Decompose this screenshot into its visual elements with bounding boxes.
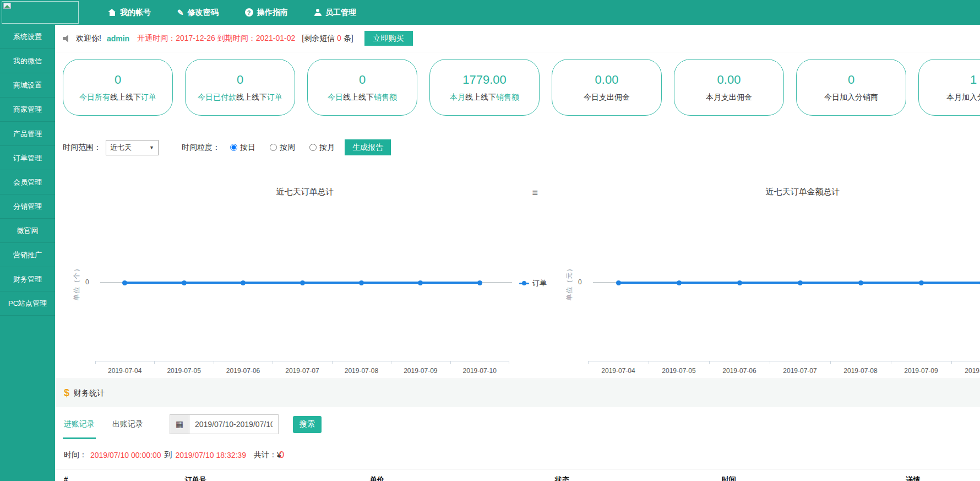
summary-start-time: 2019/07/10 00:00:00 <box>90 451 161 460</box>
chart-menu-icon[interactable]: ≡ <box>532 188 538 198</box>
stat-card: 0今日已付款线上线下订单 <box>185 59 295 116</box>
stat-card-value: 0 <box>359 73 366 87</box>
x-axis-tick-label: 2019-07-07 <box>273 361 331 375</box>
x-axis: 2019-07-042019-07-052019-07-062019-07-07… <box>588 361 980 375</box>
stat-card-label: 本月加入分销商 <box>946 93 980 102</box>
sidebar-item[interactable]: 微官网 <box>0 219 55 243</box>
filter-bar: 时间范围： 近七天 ▼ 时间粒度： 按日按周按月 生成报告 <box>55 132 980 158</box>
logo <box>2 1 79 24</box>
main-content: 欢迎你! admin 开通时间：2017-12-26 到期时间：2021-01-… <box>55 25 980 481</box>
table-header-cell: 时间 <box>722 475 906 481</box>
table-header-cell: 状态 <box>555 475 722 481</box>
stat-card-label: 今日加入分销商 <box>824 93 878 102</box>
data-point <box>858 280 863 285</box>
chevron-down-icon: ▼ <box>149 145 154 150</box>
radio-label: 按周 <box>280 143 295 153</box>
data-point <box>919 280 924 285</box>
granularity-radio-group: 按日按周按月 <box>230 143 335 153</box>
topbar-menu-item[interactable]: ?操作指南 <box>245 8 288 18</box>
sms-prefix: [剩余短信 <box>302 34 337 42</box>
summary-total-value: 0 <box>279 450 284 461</box>
radio-input[interactable] <box>309 144 317 151</box>
sidebar-item[interactable]: PC站点管理 <box>0 291 55 316</box>
x-axis: 2019-07-042019-07-052019-07-062019-07-07… <box>95 361 509 375</box>
sidebar-item[interactable]: 系统设置 <box>0 25 55 49</box>
stat-card: 0.00本月支出佣金 <box>674 59 784 116</box>
summary-to-label: 到 <box>164 450 172 460</box>
sidebar-item[interactable]: 营销推广 <box>0 243 55 267</box>
tab-进账记录[interactable]: 进账记录 <box>64 407 95 441</box>
orders-chart: 近七天订单总计≡单位（个）02019-07-042019-07-052019-0… <box>62 183 548 379</box>
x-axis-tick-label: 2019-07-05 <box>649 361 709 375</box>
calendar-button[interactable]: ▦ <box>170 414 189 434</box>
finance-summary-row: 时间： 2019/07/10 00:00:00 到 2019/07/10 18:… <box>55 441 980 469</box>
x-axis-tick-label: 2019-07-07 <box>770 361 830 375</box>
sidebar-item[interactable]: 商城设置 <box>0 73 55 98</box>
sms-count: 0 <box>337 34 341 42</box>
y-axis-label: 单位（个） <box>72 265 81 301</box>
x-axis-tick-label: 2019-07-04 <box>95 361 154 375</box>
topbar-menu-item[interactable]: 员工管理 <box>314 8 356 18</box>
stat-card: 1779.00本月线上线下销售额 <box>429 59 540 116</box>
stat-card-label-part: 今日支出佣金 <box>584 93 630 101</box>
stat-card-label: 本月支出佣金 <box>706 93 752 102</box>
sidebar-item[interactable]: 我的微信 <box>0 49 55 73</box>
topbar-menu-item[interactable]: 我的帐号 <box>108 8 151 18</box>
generate-report-button[interactable]: 生成报告 <box>345 139 391 155</box>
stat-card: 0今日加入分销商 <box>796 59 906 116</box>
stat-card: 0.00今日支出佣金 <box>552 59 662 116</box>
order-amount-chart: 近七天订单金额总计≡单位（元）02019-07-042019-07-052019… <box>555 183 980 379</box>
calendar-icon: ▦ <box>176 419 183 429</box>
stat-card-label-part: 今日所有 <box>79 93 110 101</box>
stat-card-value: 0.00 <box>717 73 741 87</box>
finance-tabs-row: 进账记录出账记录 ▦ 搜索 <box>55 407 980 441</box>
sidebar-item[interactable]: 商家管理 <box>0 98 55 122</box>
search-button[interactable]: 搜索 <box>293 416 322 433</box>
granularity-option[interactable]: 按日 <box>230 143 255 153</box>
buy-now-button[interactable]: 立即购买 <box>364 31 413 46</box>
time-range-select[interactable]: 近七天 ▼ <box>106 140 159 155</box>
stat-card-label: 今日支出佣金 <box>584 93 630 102</box>
stat-card-label-part: 本月支出佣金 <box>706 93 752 101</box>
username: admin <box>107 34 129 43</box>
stat-card-label-part: 线上线下 <box>236 93 267 101</box>
home-icon <box>108 9 116 16</box>
stat-card-label-part: 线上线下 <box>343 93 374 101</box>
stat-card: 0今日线上线下销售额 <box>307 59 417 116</box>
table-header-cell: 详情 <box>906 475 970 481</box>
speaker-icon <box>63 35 72 42</box>
radio-label: 按月 <box>319 143 335 153</box>
sms-remaining: [剩余短信 0 条] <box>302 34 353 44</box>
radio-input[interactable] <box>230 144 237 151</box>
granularity-option[interactable]: 按月 <box>309 143 335 153</box>
menu-item-label: 员工管理 <box>325 8 356 18</box>
sidebar-item[interactable]: 分销管理 <box>0 194 55 219</box>
radio-input[interactable] <box>270 144 277 151</box>
stat-card-label: 今日所有线上线下订单 <box>79 93 156 102</box>
sidebar-item[interactable]: 财务管理 <box>0 267 55 291</box>
granularity-option[interactable]: 按周 <box>270 143 295 153</box>
menu-item-label: 操作指南 <box>257 8 288 18</box>
topbar: 我的帐号✎修改密码?操作指南员工管理 <box>0 0 980 25</box>
stat-card-label-part: 订单 <box>141 93 156 101</box>
data-point <box>477 280 482 285</box>
sidebar-item[interactable]: 会员管理 <box>0 170 55 194</box>
data-point <box>300 280 305 285</box>
sidebar-item[interactable]: 产品管理 <box>0 122 55 146</box>
legend-item[interactable]: 订单 <box>519 278 547 288</box>
sidebar-item[interactable]: 订单管理 <box>0 146 55 170</box>
x-axis-tick-label: 2019-07-06 <box>214 361 273 375</box>
data-point <box>677 280 682 285</box>
date-range-input[interactable] <box>189 414 279 434</box>
x-axis-tick-label: 2019-07-09 <box>391 361 450 375</box>
stat-card-label-part: 订单 <box>267 93 282 101</box>
chart-title: 近七天订单总计 <box>62 187 548 197</box>
stat-card-value: 1779.00 <box>462 73 507 87</box>
tab-出账记录[interactable]: 出账记录 <box>112 407 143 441</box>
topbar-menu-item[interactable]: ✎修改密码 <box>177 8 219 18</box>
question-icon: ? <box>245 8 253 17</box>
stat-card-label-part: 今日加入分销商 <box>824 93 878 101</box>
x-axis-tick-label: 2019-07-06 <box>709 361 770 375</box>
x-axis-tick-label: 2019-07-09 <box>891 361 951 375</box>
stat-card-value: 0.00 <box>595 73 619 87</box>
